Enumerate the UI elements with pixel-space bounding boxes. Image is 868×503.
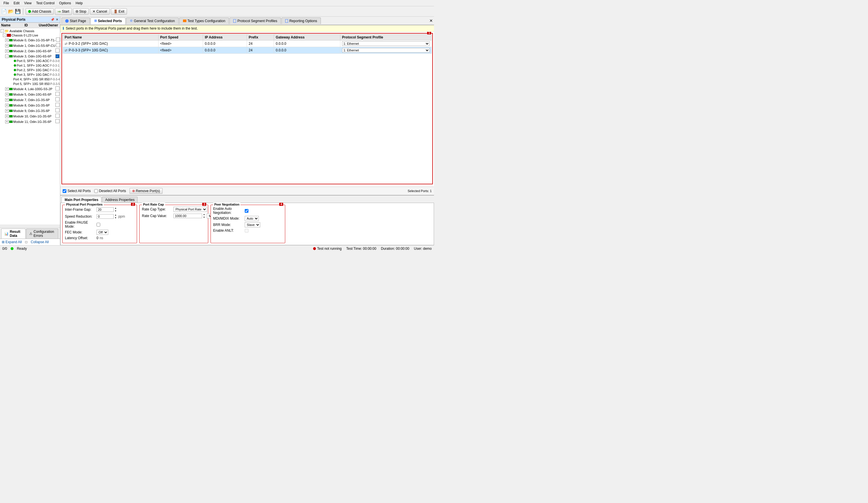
module-10-checkbox[interactable] — [55, 114, 60, 118]
auto-neg-checkbox[interactable] — [245, 209, 248, 213]
module-4-label: Module 4, Loki-100G-5S-2P — [13, 87, 52, 91]
close-panel-icon[interactable]: ✕ — [56, 18, 58, 22]
table-row[interactable]: ⇄P-0-3-2 (SFP+ 10G DAC) <fixed> 0.0.0.0 … — [63, 41, 432, 47]
expand-chassis-0[interactable]: - — [3, 34, 6, 37]
cell-port-name-2: ⇄P-0-3-3 (SFP+ 10G DAC) — [63, 47, 158, 54]
info-message: Select ports in the Physical Ports panel… — [66, 27, 198, 30]
module-11-checkbox[interactable] — [55, 119, 60, 124]
speed-reduction-down[interactable]: ▼ — [114, 217, 117, 219]
general-config-icon: ⚙ — [130, 19, 133, 23]
menu-help[interactable]: Help — [73, 1, 85, 6]
tree-module-9: + Module 9, Odin-1G-3S-6P — [1, 108, 60, 113]
add-chassis-label: Add Chassis — [32, 10, 51, 13]
tree-module-7: + Module 7, Odin-1G-3S-6P — [1, 97, 60, 103]
expand-module-11[interactable]: + — [5, 120, 9, 124]
ready-label: Ready — [17, 247, 27, 251]
expand-module-5[interactable]: + — [5, 93, 9, 96]
info-bar: ℹ Select ports in the Physical Ports pan… — [60, 25, 434, 32]
inter-frame-gap-input[interactable] — [96, 207, 114, 212]
expand-all-link[interactable]: ⊞ Expand All — [2, 240, 22, 244]
module-8-checkbox[interactable] — [55, 103, 60, 108]
port-row-icon: ⇄ — [65, 42, 68, 46]
inter-frame-gap-up[interactable]: ▲ — [114, 207, 117, 210]
config-errors-tab[interactable]: ⚠ Configuration Errors — [26, 229, 58, 239]
menu-options[interactable]: Options — [57, 1, 73, 6]
expand-module-10[interactable]: + — [5, 115, 9, 118]
select-all-label[interactable]: Select All Ports — [63, 189, 91, 193]
profile-select-2[interactable]: 1: Ethernet — [342, 48, 430, 53]
table-row[interactable]: ⇄P-0-3-3 (SFP+ 10G DAC) <fixed> 0.0.0.0 … — [63, 47, 432, 54]
mdi-mode-select[interactable]: Auto — [245, 216, 259, 221]
profile-select-1[interactable]: 1: Ethernet — [342, 41, 430, 46]
tab-selected-ports[interactable]: ⊞ Selected Ports — [91, 18, 125, 25]
chassis-icon — [7, 34, 11, 37]
tab-test-types-config[interactable]: Test Types Configuration — [179, 18, 229, 24]
speed-reduction-up[interactable]: ▲ — [114, 213, 117, 217]
tree-columns: Name ID Used Owner — [0, 23, 60, 28]
collapse-all-link[interactable]: Collapse All — [31, 240, 49, 244]
module-5-checkbox[interactable] — [55, 92, 60, 97]
cancel-button[interactable]: ✕ Cancel — [90, 8, 110, 15]
selected-ports-label: Selected Ports — [98, 19, 122, 23]
expand-module-7[interactable]: + — [5, 98, 9, 102]
module-0-checkbox[interactable] — [56, 38, 60, 42]
select-all-checkbox[interactable] — [63, 189, 66, 193]
menu-view[interactable]: View — [22, 1, 34, 6]
fec-mode-select[interactable]: Off — [96, 230, 108, 235]
inter-frame-gap-down[interactable]: ▼ — [114, 210, 117, 212]
main-port-props-tab[interactable]: Main Port Properties — [61, 197, 101, 203]
exit-icon: 🚪 — [113, 10, 118, 13]
module-7-checkbox[interactable] — [55, 97, 60, 102]
start-button[interactable]: ⇒ Start — [55, 8, 72, 15]
address-props-tab[interactable]: Address Properties — [102, 197, 137, 203]
menu-test-control[interactable]: Test Control — [34, 1, 57, 6]
col-gateway: Gateway Address — [274, 34, 340, 41]
tab-general-test-config[interactable]: ⚙ General Test Configuration — [126, 18, 179, 24]
expand-module-8[interactable]: + — [5, 104, 9, 107]
speed-reduction-input[interactable] — [96, 214, 114, 219]
menu-edit[interactable]: Edit — [11, 1, 22, 6]
module-9-checkbox[interactable] — [55, 108, 60, 113]
exit-button[interactable]: 🚪 Exit — [111, 8, 127, 15]
result-data-tab[interactable]: 📊 Result Data — [1, 229, 25, 239]
rate-cap-type-select[interactable]: Physical Port Rate — [174, 207, 207, 212]
stop-button[interactable]: Stop — [73, 8, 89, 15]
cancel-icon: ✕ — [93, 10, 95, 13]
pin-icon[interactable]: 📌 — [51, 18, 54, 22]
rate-cap-down[interactable]: ▼ — [203, 216, 206, 219]
expand-module-2[interactable]: + — [5, 49, 9, 53]
brr-mode-row: BRR Mode: Slave — [213, 222, 283, 227]
expand-module-4[interactable]: + — [5, 87, 9, 91]
add-chassis-button[interactable]: Add Chassis — [25, 8, 54, 15]
menu-file[interactable]: File — [1, 1, 11, 6]
tree-module-8: + Module 8, Odin-1G-3S-6P — [1, 103, 60, 108]
rate-cap-value-input[interactable] — [174, 213, 202, 218]
tab-protocol-segment-profiles[interactable]: Protocol Segment Profiles — [229, 18, 281, 24]
rate-cap-up[interactable]: ▲ — [203, 213, 206, 216]
expand-module-3[interactable]: - — [5, 54, 9, 58]
expand-module-1[interactable]: + — [5, 44, 9, 48]
reporting-icon — [285, 19, 288, 23]
tab-start-page[interactable]: Start Page — [61, 18, 90, 24]
tabs-close-btn[interactable]: ✕ — [430, 18, 433, 23]
remove-ports-button[interactable]: ⊗ Remove Port(s) — [130, 188, 163, 194]
deselect-all-label[interactable]: Deselect All Ports — [94, 189, 126, 193]
enable-anlt-checkbox[interactable] — [245, 229, 248, 232]
tree-module-2: + Module 2, Odin-10G-6S-6P — [1, 48, 60, 54]
module-1-checkbox[interactable] — [56, 43, 60, 48]
expand-module-0[interactable]: + — [5, 39, 9, 42]
module-icon-5 — [9, 93, 13, 96]
module-4-checkbox[interactable] — [55, 86, 60, 91]
expand-module-9[interactable]: + — [5, 109, 9, 113]
cell-profile-2[interactable]: 1: Ethernet — [340, 47, 431, 54]
brr-mode-select[interactable]: Slave — [245, 222, 260, 227]
module-3-checkbox[interactable] — [55, 54, 60, 58]
enable-pause-checkbox[interactable] — [96, 223, 100, 227]
expand-available-chassis[interactable]: - — [1, 29, 4, 33]
port-1-label: Port 1, SFP+ 10G AOC — [17, 64, 49, 67]
tab-reporting-options[interactable]: Reporting Options — [281, 18, 321, 24]
module-2-checkbox[interactable] — [55, 49, 60, 53]
deselect-all-checkbox[interactable] — [94, 189, 98, 193]
port-1-id: P-0-3-1 — [50, 64, 60, 67]
cell-profile[interactable]: 1: Ethernet — [340, 41, 431, 47]
